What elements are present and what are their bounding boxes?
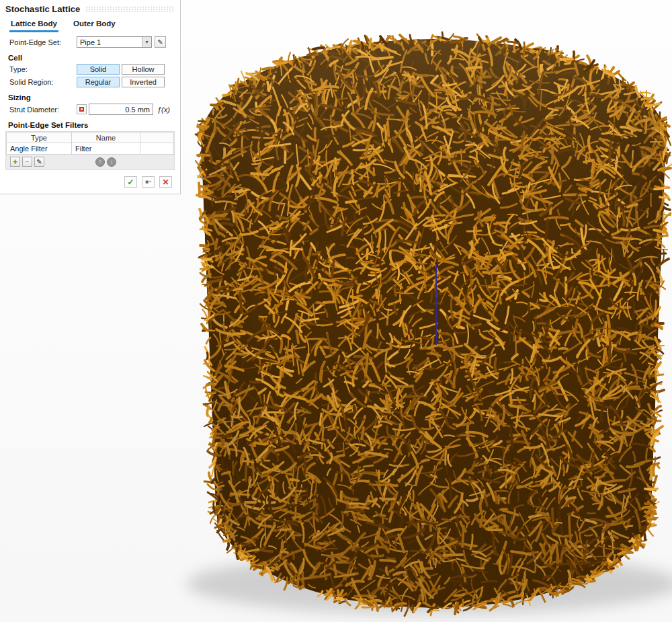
solid-region-row: Solid Region: Regular Inverted <box>4 77 176 87</box>
dimension-marker-icon <box>79 107 84 112</box>
filters-column-blank <box>140 132 174 143</box>
filters-box: Type Name Angle Filter Filter + − ✎ ↑ ↓ <box>5 131 175 170</box>
panel-header: Stochastic Lattice <box>4 3 176 16</box>
strut-diameter-label: Strut Diameter: <box>9 106 77 114</box>
confirm-button[interactable]: ✓ <box>124 176 137 188</box>
panel-grip-dots[interactable] <box>85 6 173 12</box>
filters-header-row: Type Name <box>7 132 174 143</box>
filters-column-name[interactable]: Name <box>72 132 140 143</box>
point-edge-set-value: Pipe 1 <box>77 38 142 46</box>
filters-column-type[interactable]: Type <box>7 132 72 143</box>
remove-filter-button[interactable]: − <box>22 157 32 167</box>
move-filter-up-button[interactable]: ↑ <box>95 157 105 167</box>
cell-type-solid-button[interactable]: Solid <box>77 64 120 75</box>
strut-diameter-input[interactable] <box>89 104 153 115</box>
sizing-section-heading: Sizing <box>4 93 176 102</box>
panel-tabs: Lattice Body Outer Body <box>4 16 176 32</box>
point-edge-set-row: Point-Edge Set: Pipe 1 ▾ ✎ <box>4 36 176 48</box>
solid-region-inverted-button[interactable]: Inverted <box>122 77 165 87</box>
add-filter-button[interactable]: + <box>10 157 20 167</box>
move-filter-down-button[interactable]: ↓ <box>107 157 116 167</box>
filter-blank-cell <box>140 143 174 155</box>
point-edge-set-dropdown[interactable]: Pipe 1 ▾ <box>77 36 152 48</box>
cell-type-toggle-group: Solid Hollow <box>77 64 165 75</box>
cell-type-label: Type: <box>9 65 77 73</box>
tab-lattice-body[interactable]: Lattice Body <box>9 18 58 32</box>
cell-type-row: Type: Solid Hollow <box>4 64 176 75</box>
solid-region-label: Solid Region: <box>9 78 77 86</box>
expression-fx-button[interactable]: ƒ(x) <box>157 106 170 114</box>
cell-type-hollow-button[interactable]: Hollow <box>122 64 165 75</box>
edit-point-edge-set-button[interactable]: ✎ <box>155 36 166 48</box>
panel-title: Stochastic Lattice <box>5 4 80 14</box>
pause-command-button[interactable]: ⇤ <box>142 176 155 188</box>
filter-name-cell[interactable]: Filter <box>72 143 140 155</box>
point-edge-set-label: Point-Edge Set: <box>9 38 77 46</box>
tab-outer-body[interactable]: Outer Body <box>72 18 117 32</box>
strut-diameter-row: Strut Diameter: ƒ(x) <box>4 104 176 115</box>
filter-type-cell[interactable]: Angle Filter <box>7 143 72 155</box>
lattice-edge-shading <box>201 39 666 608</box>
pencil-icon: ✎ <box>157 38 163 46</box>
chevron-down-icon[interactable]: ▾ <box>142 37 151 47</box>
dimension-marker-button[interactable] <box>77 104 87 114</box>
solid-region-toggle-group: Regular Inverted <box>77 77 165 87</box>
filters-toolbar: + − ✎ ↑ ↓ <box>6 155 174 169</box>
filters-section-heading: Point-Edge Set Filters <box>4 121 176 129</box>
stochastic-lattice-panel: Stochastic Lattice Lattice Body Outer Bo… <box>0 0 181 194</box>
filters-table: Type Name Angle Filter Filter <box>6 132 174 155</box>
cancel-button[interactable]: ✕ <box>159 176 172 188</box>
panel-actions: ✓ ⇤ ✕ <box>4 170 176 190</box>
edit-filter-button[interactable]: ✎ <box>34 157 44 167</box>
table-row[interactable]: Angle Filter Filter <box>7 143 174 155</box>
cell-section-heading: Cell <box>4 54 176 62</box>
solid-region-regular-button[interactable]: Regular <box>77 77 120 87</box>
